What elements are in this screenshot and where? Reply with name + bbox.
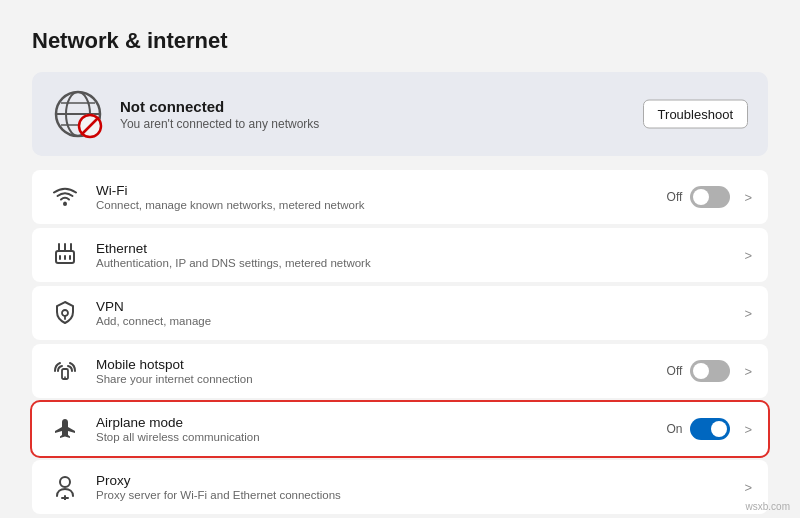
wifi-text: Wi-Fi Connect, manage known networks, me… <box>96 183 667 211</box>
proxy-title: Proxy <box>96 473 738 488</box>
troubleshoot-button[interactable]: Troubleshoot <box>643 100 748 129</box>
vpn-subtitle: Add, connect, manage <box>96 315 738 327</box>
mobile-hotspot-item[interactable]: Mobile hotspot Share your internet conne… <box>32 344 768 398</box>
airplane-mode-toggle-label: On <box>666 422 682 436</box>
wifi-chevron-icon: > <box>744 190 752 205</box>
mobile-hotspot-subtitle: Share your internet connection <box>96 373 667 385</box>
proxy-chevron-icon: > <box>744 480 752 495</box>
ethernet-right: > <box>738 248 752 263</box>
airplane-mode-icon <box>48 412 82 446</box>
vpn-text: VPN Add, connect, manage <box>96 299 738 327</box>
wifi-toggle-label: Off <box>667 190 683 204</box>
ethernet-icon <box>48 238 82 272</box>
wifi-icon <box>48 180 82 214</box>
proxy-subtitle: Proxy server for Wi-Fi and Ethernet conn… <box>96 489 738 501</box>
wifi-item[interactable]: Wi-Fi Connect, manage known networks, me… <box>32 170 768 224</box>
not-connected-icon <box>52 88 104 140</box>
airplane-mode-text: Airplane mode Stop all wireless communic… <box>96 415 666 443</box>
wifi-subtitle: Connect, manage known networks, metered … <box>96 199 667 211</box>
page-title: Network & internet <box>32 28 768 54</box>
proxy-item[interactable]: Proxy Proxy server for Wi-Fi and Etherne… <box>32 460 768 514</box>
airplane-mode-chevron-icon: > <box>744 422 752 437</box>
wifi-right: Off > <box>667 186 752 208</box>
wifi-toggle[interactable] <box>690 186 730 208</box>
network-items-list: Wi-Fi Connect, manage known networks, me… <box>32 170 768 514</box>
svg-point-8 <box>63 202 67 206</box>
ethernet-chevron-icon: > <box>744 248 752 263</box>
vpn-item[interactable]: VPN Add, connect, manage > <box>32 286 768 340</box>
proxy-icon <box>48 470 82 504</box>
airplane-mode-title: Airplane mode <box>96 415 666 430</box>
ethernet-text: Ethernet Authentication, IP and DNS sett… <box>96 241 738 269</box>
proxy-text: Proxy Proxy server for Wi-Fi and Etherne… <box>96 473 738 501</box>
ethernet-subtitle: Authentication, IP and DNS settings, met… <box>96 257 738 269</box>
vpn-chevron-icon: > <box>744 306 752 321</box>
airplane-mode-right: On > <box>666 418 752 440</box>
ethernet-title: Ethernet <box>96 241 738 256</box>
proxy-right: > <box>738 480 752 495</box>
vpn-title: VPN <box>96 299 738 314</box>
status-card: Not connected You aren't connected to an… <box>32 72 768 156</box>
svg-point-23 <box>60 477 70 487</box>
airplane-mode-item[interactable]: Airplane mode Stop all wireless communic… <box>32 402 768 456</box>
airplane-mode-toggle[interactable] <box>690 418 730 440</box>
airplane-mode-subtitle: Stop all wireless communication <box>96 431 666 443</box>
wifi-title: Wi-Fi <box>96 183 667 198</box>
mobile-hotspot-chevron-icon: > <box>744 364 752 379</box>
mobile-hotspot-title: Mobile hotspot <box>96 357 667 372</box>
vpn-right: > <box>738 306 752 321</box>
mobile-hotspot-toggle-label: Off <box>667 364 683 378</box>
watermark: wsxb.com <box>746 501 790 512</box>
ethernet-item[interactable]: Ethernet Authentication, IP and DNS sett… <box>32 228 768 282</box>
mobile-hotspot-toggle[interactable] <box>690 360 730 382</box>
mobile-hotspot-text: Mobile hotspot Share your internet conne… <box>96 357 667 385</box>
mobile-hotspot-icon <box>48 354 82 388</box>
vpn-icon <box>48 296 82 330</box>
mobile-hotspot-right: Off > <box>667 360 752 382</box>
